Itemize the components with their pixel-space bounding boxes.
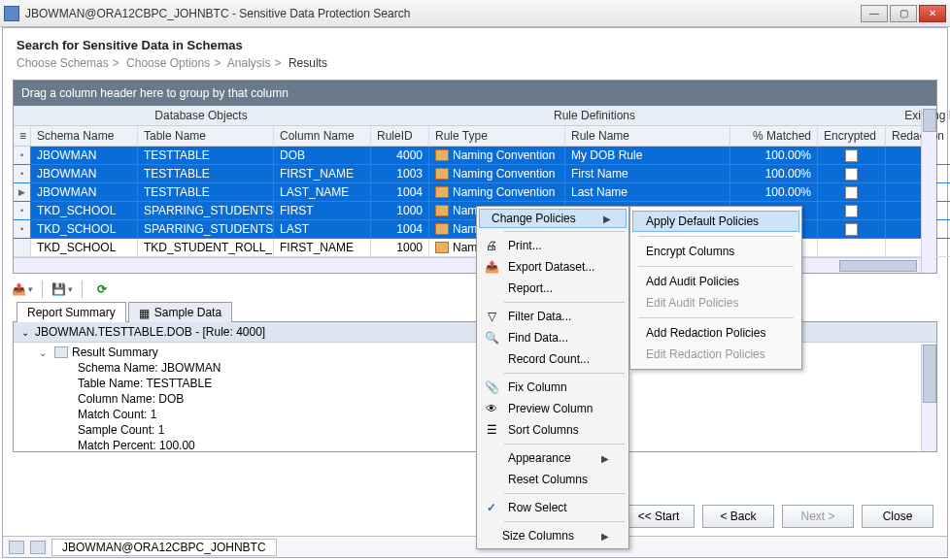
grid-band-row: Database Objects Rule Definitions Existi… — [14, 106, 936, 126]
menu-appearance[interactable]: Appearance▶ — [479, 447, 627, 469]
check-icon: ✓ — [483, 500, 500, 515]
crumb-step[interactable]: Choose Schemas — [17, 56, 109, 70]
submenu-edit-redaction: Edit Redaction Policies — [632, 344, 799, 365]
cell-encrypted[interactable] — [818, 239, 886, 257]
checkbox[interactable] — [845, 186, 858, 199]
col-table[interactable]: Table Name — [138, 126, 274, 146]
menu-export-dataset[interactable]: 📤Export Dataset... — [479, 256, 627, 278]
col-schema[interactable]: Schema Name — [31, 126, 138, 146]
start-button[interactable]: << Start — [623, 505, 695, 528]
col-encrypted[interactable]: Encrypted — [818, 126, 886, 146]
checkbox[interactable] — [845, 223, 858, 236]
tree-item[interactable]: Match Count: 1 — [14, 407, 936, 422]
group-by-bar[interactable]: Drag a column header here to group by th… — [14, 81, 936, 106]
minimize-button[interactable]: — — [861, 5, 888, 22]
export-icon[interactable]: 📤▾ — [13, 280, 32, 299]
cell-redaction — [886, 165, 950, 183]
crumb-step[interactable]: Analysis — [227, 56, 271, 70]
col-rulename[interactable]: Rule Name — [565, 126, 730, 146]
page-title: Search for Sensitive Data in Schemas — [3, 28, 947, 56]
menu-fix-column[interactable]: 📎Fix Column — [479, 377, 627, 398]
change-policies-submenu: Apply Default Policies Encrypt Columns A… — [629, 206, 802, 370]
preview-icon: 👁 — [483, 401, 500, 416]
cell-matched: 100.00% — [730, 147, 818, 165]
cell-encrypted[interactable] — [818, 220, 886, 239]
menu-reset-columns[interactable]: Reset Columns — [479, 469, 627, 490]
rule-icon — [435, 186, 449, 198]
rule-icon — [435, 223, 449, 235]
cell-matched: 100.00% — [730, 183, 818, 202]
search-icon: 🔍 — [483, 330, 500, 346]
col-matched[interactable]: % Matched — [730, 126, 818, 146]
menu-size-columns[interactable]: Size Columns▶ — [479, 525, 627, 546]
menu-report[interactable]: Report... — [479, 278, 627, 299]
table-row[interactable]: •JBOWMANTESTTABLEFIRST_NAME1003Naming Co… — [14, 165, 936, 183]
tree-item[interactable]: Sample Count: 1 — [14, 422, 936, 438]
band-db: Database Objects — [31, 106, 371, 125]
rule-icon — [435, 205, 449, 216]
save-icon[interactable]: 💾▾ — [52, 280, 72, 299]
menu-preview-column[interactable]: 👁Preview Column — [479, 398, 627, 419]
col-column[interactable]: Column Name — [274, 126, 371, 146]
cell-table: TKD_STUDENT_ROLL_... — [138, 239, 274, 257]
menu-print[interactable]: 🖨Print... — [479, 235, 627, 256]
close-window-button[interactable]: ✕ — [919, 5, 946, 22]
row-selector-header[interactable]: ≡ — [14, 126, 31, 146]
connection-tab[interactable]: JBOWMAN@ORA12CBPC_JOHNBTC — [51, 539, 277, 556]
close-button[interactable]: Close — [862, 505, 933, 528]
maximize-button[interactable]: ▢ — [890, 5, 917, 22]
cell-ruletype: Naming Convention — [429, 165, 565, 183]
col-ruletype[interactable]: Rule Type — [429, 126, 565, 146]
crumb-step[interactable]: Choose Options — [126, 56, 210, 70]
refresh-icon[interactable]: ⟳ — [92, 280, 112, 299]
tab-report-summary[interactable]: Report Summary — [17, 302, 126, 322]
rule-icon — [435, 242, 449, 253]
checkbox[interactable] — [845, 149, 858, 162]
cell-rulename: Last Name — [565, 183, 730, 202]
grid-icon: ▦ — [139, 307, 151, 318]
cell-encrypted[interactable] — [818, 147, 886, 165]
status-bar: JBOWMAN@ORA12CBPC_JOHNBTC — [3, 536, 947, 557]
tree-item[interactable]: Column Name: DOB — [14, 391, 936, 407]
submenu-add-audit[interactable]: Add Audit Policies — [632, 271, 799, 292]
cell-encrypted[interactable] — [818, 183, 886, 202]
cell-column: FIRST — [274, 202, 371, 220]
rule-icon — [435, 168, 449, 180]
menu-record-count[interactable]: Record Count... — [479, 348, 627, 370]
checkbox[interactable] — [845, 168, 858, 181]
menu-row-select[interactable]: ✓Row Select — [479, 497, 627, 518]
menu-sort-columns[interactable]: ☰Sort Columns — [479, 419, 627, 441]
window-title: JBOWMAN@ORA12CBPC_JOHNBTC - Sensitive Da… — [25, 7, 861, 20]
cell-column: DOB — [274, 147, 371, 165]
col-ruleid[interactable]: RuleID — [371, 126, 429, 146]
menu-change-policies[interactable]: Change Policies▶ — [479, 209, 627, 228]
back-button[interactable]: < Back — [702, 505, 774, 528]
tab-sample-data[interactable]: ▦Sample Data — [128, 302, 232, 322]
submenu-apply-default[interactable]: Apply Default Policies — [632, 211, 799, 232]
menu-filter-data[interactable]: ▽Filter Data... — [479, 306, 627, 327]
table-row[interactable]: •JBOWMANTESTTABLEDOB4000Naming Conventio… — [14, 147, 936, 165]
submenu-encrypt-columns[interactable]: Encrypt Columns — [632, 241, 799, 262]
col-redaction[interactable]: Redaction — [886, 126, 950, 146]
cell-encrypted[interactable] — [818, 202, 886, 220]
cell-redaction — [886, 147, 950, 165]
cell-rulename: First Name — [565, 165, 730, 183]
cell-table: TESTTABLE — [138, 183, 274, 202]
cell-ruletype: Naming Convention — [429, 147, 565, 165]
tree-item[interactable]: Match Percent: 100.00 — [14, 438, 936, 452]
tree-item[interactable]: Table Name: TESTTABLE — [14, 376, 936, 391]
tree-vert-scrollbar[interactable] — [921, 344, 936, 451]
table-row[interactable]: ▶JBOWMANTESTTABLELAST_NAME1004Naming Con… — [14, 183, 936, 202]
status-icon — [30, 541, 46, 554]
row-indicator — [14, 239, 31, 257]
menu-find-data[interactable]: 🔍Find Data... — [479, 327, 627, 348]
rule-icon — [435, 149, 449, 161]
cell-redaction — [886, 202, 950, 220]
sort-icon: ☰ — [483, 422, 500, 438]
cell-ruleid: 1004 — [371, 220, 429, 239]
cell-table: TESTTABLE — [138, 165, 274, 183]
cell-encrypted[interactable] — [818, 165, 886, 183]
checkbox[interactable] — [845, 205, 858, 217]
grid-vert-scrollbar[interactable] — [921, 108, 936, 273]
submenu-add-redaction[interactable]: Add Redaction Policies — [632, 322, 799, 344]
